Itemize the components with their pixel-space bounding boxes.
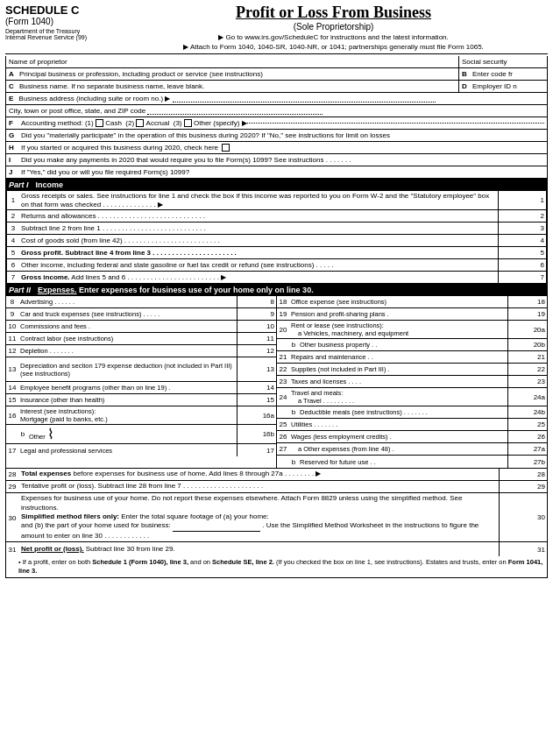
exp20a-amount: 20a bbox=[507, 321, 547, 338]
part1-title: Income bbox=[36, 180, 64, 189]
row7-desc: Gross income. Add lines 5 and 6 . . . . … bbox=[19, 272, 498, 283]
exp24b-sub: b bbox=[289, 408, 298, 416]
part2-label: Part II bbox=[9, 286, 31, 294]
c-label: C bbox=[9, 82, 14, 90]
header-center: Profit or Loss From Business (Sole Propr… bbox=[119, 4, 548, 51]
f-row: F Accounting method: (1) Cash (2) Accrua… bbox=[5, 117, 548, 130]
exp15-amount: 15 bbox=[237, 394, 276, 406]
exp-row-9: 9 Car and truck expenses (see instructio… bbox=[6, 308, 276, 321]
f-text: Accounting method: bbox=[21, 119, 83, 127]
part2-expenses: 8 Advertising . . . . . . 8 9 Car and tr… bbox=[5, 296, 548, 469]
exp9-num: 9 bbox=[6, 310, 18, 318]
d-label: D bbox=[462, 82, 467, 90]
exp21-desc: Repairs and maintenance . . bbox=[289, 352, 507, 362]
exp10-desc: Commissions and fees . bbox=[18, 321, 237, 331]
row31-note: • If a profit, enter on both Schedule 1 … bbox=[6, 556, 547, 577]
g-row: G Did you "materially participate" in th… bbox=[5, 130, 548, 142]
exp20b-sub: b bbox=[289, 341, 298, 349]
row2-amount: 2 bbox=[498, 210, 546, 222]
row29-num: 29 bbox=[6, 483, 18, 491]
exp23-num: 23 bbox=[277, 378, 289, 385]
row-28: 28 Total expenses before expenses for bu… bbox=[5, 469, 548, 481]
row6-amount: 6 bbox=[498, 259, 546, 271]
j-text: If "Yes," did you or will you file requi… bbox=[21, 168, 189, 176]
exp9-amount: 9 bbox=[237, 308, 276, 320]
f-label: F bbox=[9, 119, 18, 127]
exp-row-27b: b Reserved for future use . . 27b bbox=[277, 456, 547, 468]
e-row: E Business address (including suite or r… bbox=[5, 93, 548, 105]
part1-label: Part I bbox=[9, 180, 29, 189]
part1-header: Part I Income bbox=[5, 179, 548, 191]
name-label: Name of proprietor bbox=[6, 56, 459, 67]
row31-text: Net profit or (loss). Subtract line 30 f… bbox=[18, 544, 499, 555]
header-left: SCHEDULE C (Form 1040) Department of the… bbox=[5, 4, 119, 40]
exp-row-14: 14 Employee benefit programs (other than… bbox=[6, 382, 276, 394]
exp-row-20b: b Other business property . . 20b bbox=[277, 339, 547, 351]
exp16b-amount: 16b bbox=[237, 425, 276, 443]
exp9-desc: Car and truck expenses (see instructions… bbox=[18, 309, 237, 319]
exp26-num: 26 bbox=[277, 433, 289, 441]
i-label: I bbox=[9, 156, 18, 164]
exp10-num: 10 bbox=[6, 322, 18, 330]
h-text: If you started or acquired this business… bbox=[21, 144, 218, 152]
h-checkbox[interactable] bbox=[222, 144, 230, 152]
row28-num: 28 bbox=[6, 470, 18, 478]
row3-desc: Subtract line 2 from line 1 . . . . . . … bbox=[19, 223, 498, 234]
row-6: 6 Other income, including federal and st… bbox=[6, 259, 547, 272]
j-row: J If "Yes," did you or will you file req… bbox=[5, 166, 548, 179]
ab-row: A Principal business or profession, incl… bbox=[5, 68, 548, 81]
part2-title: Expenses. Enter expenses for business us… bbox=[38, 286, 314, 294]
exp26-amount: 26 bbox=[507, 431, 547, 442]
j-label: J bbox=[9, 168, 18, 176]
row28-text: Total expenses before expenses for busin… bbox=[18, 469, 499, 479]
exp-row-17: 17 Legal and professional services 17 bbox=[6, 444, 276, 456]
exp-row-16a: 16 Interest (see instructions):Mortgage … bbox=[6, 406, 276, 425]
exp24-num: 24 bbox=[277, 393, 289, 401]
exp14-num: 14 bbox=[6, 384, 18, 392]
irs-info-1: ▶ Go to www.irs.gov/ScheduleC for instru… bbox=[119, 33, 548, 41]
row-3: 3 Subtract line 2 from line 1 . . . . . … bbox=[6, 223, 547, 235]
d-text: Employer ID n bbox=[472, 82, 517, 90]
row5-num: 5 bbox=[7, 249, 19, 257]
b-cell: B Enter code fr bbox=[459, 68, 547, 80]
i-text: Did you make any payments in 2020 that w… bbox=[21, 156, 351, 164]
f-3: (3) bbox=[174, 119, 182, 127]
row7-amount: 7 bbox=[498, 272, 546, 283]
exp15-desc: Insurance (other than health) bbox=[18, 395, 237, 405]
row-1: 1 Gross receipts or sales. See instructi… bbox=[6, 191, 547, 210]
exp27a-amount: 27a bbox=[507, 443, 547, 455]
f-accrual-checkbox[interactable] bbox=[136, 119, 144, 127]
exp21-num: 21 bbox=[277, 353, 289, 361]
f-other: Other (specify) ▶ bbox=[194, 119, 247, 127]
f-cash: Cash bbox=[105, 119, 122, 127]
exp15-num: 15 bbox=[6, 396, 18, 404]
form-1040-label: (Form 1040) bbox=[5, 17, 119, 26]
exp22-amount: 22 bbox=[507, 364, 547, 375]
exp25-amount: 25 bbox=[507, 419, 547, 430]
exp24b-amount: 24b bbox=[507, 406, 547, 418]
f-other-checkbox[interactable] bbox=[184, 119, 192, 127]
row4-num: 4 bbox=[7, 237, 19, 244]
exp18-amount: 18 bbox=[507, 296, 547, 307]
exp24b-desc: Deductible meals (see instructions) . . … bbox=[298, 407, 507, 417]
exp26-desc: Wages (less employment credits) . bbox=[289, 432, 507, 442]
exp27b-amount: 27b bbox=[507, 456, 547, 468]
f-accrual: Accrual bbox=[146, 119, 170, 127]
exp-row-24b: b Deductible meals (see instructions) . … bbox=[277, 406, 547, 419]
dept-label: Department of the Treasury bbox=[5, 28, 119, 34]
f-cash-checkbox[interactable] bbox=[96, 119, 103, 127]
exp-row-8: 8 Advertising . . . . . . 8 bbox=[6, 296, 276, 308]
row3-num: 3 bbox=[7, 224, 19, 232]
header: SCHEDULE C (Form 1040) Department of the… bbox=[5, 4, 548, 54]
e-city-row: City, town or post office, state, and ZI… bbox=[5, 105, 548, 117]
form-title: Profit or Loss From Business bbox=[119, 4, 548, 22]
left-expenses: 8 Advertising . . . . . . 8 9 Car and tr… bbox=[6, 296, 277, 468]
row5-amount: 5 bbox=[498, 247, 546, 258]
right-expenses: 18 Office expense (see instructions) 18 … bbox=[277, 296, 547, 468]
page: SCHEDULE C (Form 1040) Department of the… bbox=[0, 0, 553, 582]
exp13-num: 13 bbox=[6, 365, 18, 373]
exp23-desc: Taxes and licenses . . . . bbox=[289, 377, 507, 386]
ss-label: Social security bbox=[459, 56, 547, 67]
row-29: 29 Tentative profit or (loss). Subtract … bbox=[5, 481, 548, 493]
exp16a-desc: Interest (see instructions):Mortgage (pa… bbox=[18, 406, 237, 424]
